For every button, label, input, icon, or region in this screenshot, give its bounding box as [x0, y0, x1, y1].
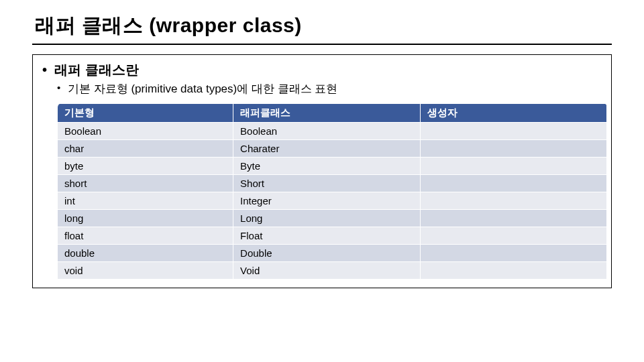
- bullet-list: 래퍼 클래스란 기본 자료형 (primitive data types)에 대…: [41, 60, 600, 98]
- cell-primitive: float: [58, 227, 233, 244]
- cell-primitive: long: [58, 209, 233, 227]
- cell-constructor: [420, 244, 606, 261]
- cell-primitive: char: [58, 139, 233, 157]
- cell-wrapper: Void: [233, 261, 420, 279]
- cell-wrapper: Long: [233, 209, 420, 227]
- cell-constructor: [420, 209, 606, 227]
- table-row: Boolean Boolean: [58, 122, 607, 139]
- table-row: short Short: [58, 174, 607, 192]
- cell-primitive: short: [58, 174, 233, 192]
- cell-constructor: [420, 139, 606, 157]
- cell-primitive: int: [58, 192, 233, 209]
- table-row: byte Byte: [58, 157, 607, 174]
- cell-constructor: [420, 174, 606, 192]
- table-row: double Double: [58, 244, 607, 261]
- cell-constructor: [420, 157, 606, 174]
- page-title: 래퍼 클래스 (wrapper class): [32, 12, 612, 40]
- table-header-row: 기본형 래퍼클래스 생성자: [58, 103, 607, 122]
- title-underline: [32, 44, 612, 45]
- cell-constructor: [420, 227, 606, 244]
- table-row: float Float: [58, 227, 607, 244]
- cell-constructor: [420, 122, 606, 139]
- content-box: 래퍼 클래스란 기본 자료형 (primitive data types)에 대…: [32, 54, 612, 288]
- cell-wrapper: Double: [233, 244, 420, 261]
- slide: 래퍼 클래스 (wrapper class) 래퍼 클래스란 기본 자료형 (p…: [0, 0, 644, 362]
- th-primitive: 기본형: [58, 103, 233, 122]
- table-row: int Integer: [58, 192, 607, 209]
- cell-wrapper: Float: [233, 227, 420, 244]
- table-wrap: 기본형 래퍼클래스 생성자 Boolean Boolean char Chara…: [41, 103, 600, 280]
- table-row: void Void: [58, 261, 607, 279]
- cell-wrapper: Boolean: [233, 122, 420, 139]
- bullet-level2: 기본 자료형 (primitive data types)에 대한 클래스 표현: [41, 80, 600, 98]
- table-row: char Charater: [58, 139, 607, 157]
- cell-wrapper: Byte: [233, 157, 420, 174]
- cell-constructor: [420, 261, 606, 279]
- cell-primitive: Boolean: [58, 122, 233, 139]
- table-row: long Long: [58, 209, 607, 227]
- th-wrapper: 래퍼클래스: [233, 103, 420, 122]
- cell-wrapper: Short: [233, 174, 420, 192]
- wrapper-class-table: 기본형 래퍼클래스 생성자 Boolean Boolean char Chara…: [57, 103, 607, 280]
- cell-primitive: void: [58, 261, 233, 279]
- bullet-level1: 래퍼 클래스란: [41, 60, 600, 79]
- cell-constructor: [420, 192, 606, 209]
- th-constructor: 생성자: [420, 103, 606, 122]
- cell-primitive: double: [58, 244, 233, 261]
- cell-wrapper: Charater: [233, 139, 420, 157]
- cell-primitive: byte: [58, 157, 233, 174]
- cell-wrapper: Integer: [233, 192, 420, 209]
